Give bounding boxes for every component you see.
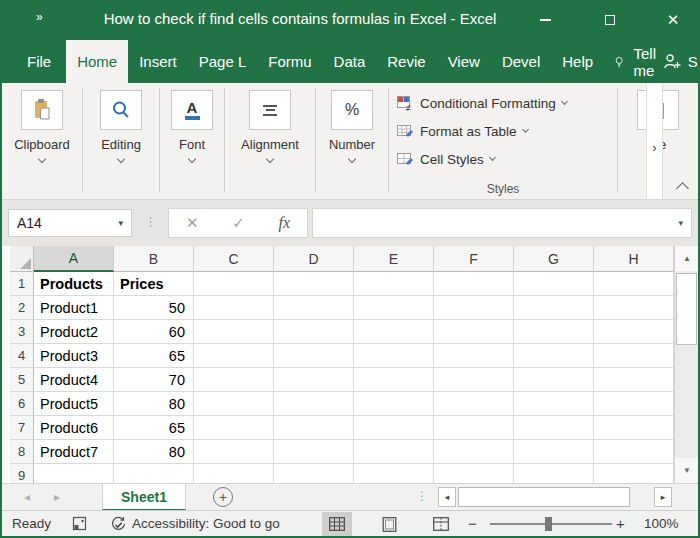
cell-a3[interactable]: Product2 xyxy=(34,320,114,344)
insert-function-icon[interactable]: fx xyxy=(279,214,291,232)
scroll-down-button[interactable]: ▼ xyxy=(675,458,698,483)
cell[interactable] xyxy=(194,272,274,296)
cell[interactable] xyxy=(354,296,434,320)
tab-data[interactable]: Data xyxy=(323,40,377,83)
tab-home[interactable]: Home xyxy=(66,40,128,83)
collapse-ribbon-button[interactable] xyxy=(670,175,694,197)
cell[interactable] xyxy=(594,416,674,440)
cell[interactable] xyxy=(514,464,594,483)
cell[interactable] xyxy=(354,344,434,368)
tab-page-layout[interactable]: Page L xyxy=(188,40,258,83)
cell[interactable] xyxy=(274,320,354,344)
cell-b7[interactable]: 65 xyxy=(114,416,194,440)
cell[interactable] xyxy=(194,440,274,464)
select-all-button[interactable] xyxy=(10,246,34,272)
tab-file[interactable]: File xyxy=(12,40,66,83)
tab-developer[interactable]: Devel xyxy=(491,40,551,83)
zoom-level-label[interactable]: 100% xyxy=(644,511,679,536)
row-header[interactable]: 8 xyxy=(10,440,34,464)
scroll-up-button[interactable]: ▲ xyxy=(675,246,698,271)
cell-b2[interactable]: 50 xyxy=(114,296,194,320)
cell[interactable] xyxy=(274,416,354,440)
cell[interactable] xyxy=(434,440,514,464)
horizontal-scrollbar-thumb[interactable] xyxy=(458,487,630,507)
column-header-c[interactable]: C xyxy=(194,246,274,272)
share-button[interactable]: Share xyxy=(663,40,700,83)
cell[interactable] xyxy=(434,296,514,320)
quick-access-toolbar-icon[interactable]: » xyxy=(36,10,41,24)
cell-a5[interactable]: Product4 xyxy=(34,368,114,392)
name-box-dropdown-icon[interactable]: ▾ xyxy=(118,218,123,228)
cell[interactable] xyxy=(354,320,434,344)
row-header[interactable]: 6 xyxy=(10,392,34,416)
tell-me-button[interactable]: Tell me xyxy=(614,40,663,83)
macro-record-icon[interactable] xyxy=(72,511,87,536)
cell-a6[interactable]: Product5 xyxy=(34,392,114,416)
accessibility-checker-icon[interactable] xyxy=(110,511,127,536)
cell-a8[interactable]: Product7 xyxy=(34,440,114,464)
tab-insert[interactable]: Insert xyxy=(128,40,188,83)
row-header[interactable]: 3 xyxy=(10,320,34,344)
name-box[interactable]: A14 ▾ xyxy=(8,209,132,237)
formula-bar-input[interactable]: ▾ xyxy=(312,208,692,238)
sheet-nav-right-icon[interactable]: ▸ xyxy=(54,490,60,504)
cell[interactable] xyxy=(274,368,354,392)
cell[interactable] xyxy=(434,392,514,416)
page-layout-view-button[interactable] xyxy=(374,512,404,536)
ribbon-group-font[interactable]: A Font xyxy=(160,83,224,199)
cell[interactable] xyxy=(434,416,514,440)
cell-b4[interactable]: 65 xyxy=(114,344,194,368)
cell[interactable] xyxy=(354,464,434,483)
add-sheet-button[interactable]: + xyxy=(213,487,233,507)
minimize-button[interactable] xyxy=(524,0,566,40)
zoom-out-button[interactable]: − xyxy=(468,511,477,536)
ribbon-group-editing[interactable]: Editing xyxy=(83,83,159,199)
column-header-f[interactable]: F xyxy=(434,246,514,272)
cell-a2[interactable]: Product1 xyxy=(34,296,114,320)
vertical-scrollbar[interactable]: ▲ ▼ xyxy=(674,246,698,483)
tab-help[interactable]: Help xyxy=(551,40,604,83)
row-header[interactable]: 9 xyxy=(10,464,34,483)
hscroll-right-button[interactable]: ▸ xyxy=(654,487,672,507)
row-header[interactable]: 5 xyxy=(10,368,34,392)
normal-view-button[interactable] xyxy=(322,512,352,536)
zoom-in-button[interactable]: + xyxy=(616,511,625,536)
enter-icon[interactable]: ✓ xyxy=(232,214,245,232)
row-header[interactable]: 2 xyxy=(10,296,34,320)
cell[interactable] xyxy=(434,344,514,368)
cell[interactable] xyxy=(514,392,594,416)
format-as-table-button[interactable]: Format as Table xyxy=(397,117,617,145)
cell-b9[interactable] xyxy=(114,464,194,483)
cell[interactable] xyxy=(354,416,434,440)
tab-area-resize-handle[interactable]: ⋮ xyxy=(416,489,428,503)
cell[interactable] xyxy=(594,392,674,416)
ribbon-group-alignment[interactable]: Alignment xyxy=(225,83,315,199)
cell[interactable] xyxy=(434,464,514,483)
row-header[interactable]: 4 xyxy=(10,344,34,368)
formula-bar-resize-handle[interactable]: ⋮ xyxy=(144,214,157,229)
zoom-slider-thumb[interactable] xyxy=(545,517,552,531)
cell[interactable] xyxy=(514,344,594,368)
cell[interactable] xyxy=(514,272,594,296)
cell[interactable] xyxy=(274,464,354,483)
cell[interactable] xyxy=(434,368,514,392)
cell[interactable] xyxy=(514,320,594,344)
conditional-formatting-button[interactable]: ≠ Conditional Formatting xyxy=(397,89,617,117)
cell-a7[interactable]: Product6 xyxy=(34,416,114,440)
cell[interactable] xyxy=(194,416,274,440)
cell[interactable] xyxy=(594,464,674,483)
cell[interactable] xyxy=(274,272,354,296)
cell[interactable] xyxy=(354,272,434,296)
cell-styles-button[interactable]: Cell Styles xyxy=(397,145,617,173)
cell[interactable] xyxy=(594,296,674,320)
cell[interactable] xyxy=(354,368,434,392)
row-header[interactable]: 1 xyxy=(10,272,34,296)
row-header[interactable]: 7 xyxy=(10,416,34,440)
maximize-button[interactable] xyxy=(589,0,631,40)
cell-b5[interactable]: 70 xyxy=(114,368,194,392)
cell[interactable] xyxy=(514,416,594,440)
cell[interactable] xyxy=(434,320,514,344)
page-break-view-button[interactable] xyxy=(426,512,456,536)
cell-b6[interactable]: 80 xyxy=(114,392,194,416)
ribbon-group-number[interactable]: % Number xyxy=(316,83,388,199)
